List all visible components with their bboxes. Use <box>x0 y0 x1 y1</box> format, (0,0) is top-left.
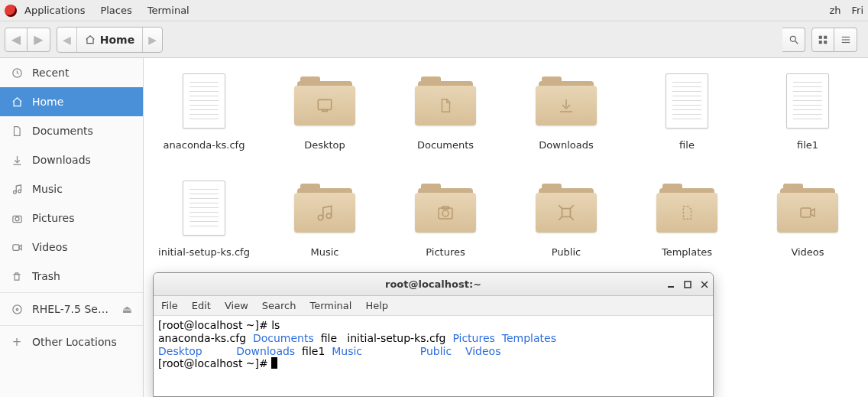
file-item[interactable]: Documents <box>385 66 506 173</box>
sidebar-separator <box>0 325 143 326</box>
top-menubar: Applications Places Terminal zh Fri <box>0 0 868 21</box>
text-file-icon <box>172 66 236 136</box>
terminal-output[interactable]: [root@localhost ~]# ls anaconda-ks.cfg D… <box>154 316 713 396</box>
terminal-menubar: File Edit View Search Terminal Help <box>154 296 713 316</box>
file-item[interactable]: file <box>627 66 747 173</box>
hamburger-icon <box>840 34 851 45</box>
term-menu-file[interactable]: File <box>161 300 178 311</box>
file-label: anaconda-ks.cfg <box>164 139 245 151</box>
term-menu-search[interactable]: Search <box>262 300 296 311</box>
term-menu-help[interactable]: Help <box>365 300 388 311</box>
camera-icon <box>11 212 23 224</box>
document-icon <box>11 125 23 137</box>
term-menu-edit[interactable]: Edit <box>192 300 211 311</box>
search-button[interactable] <box>782 28 805 52</box>
folder-icon <box>413 173 478 243</box>
file-label: initial-setup-ks.cfg <box>158 246 250 258</box>
svg-rect-14 <box>12 244 18 250</box>
sidebar-item-pictures[interactable]: Pictures <box>0 203 143 233</box>
path-segment-label: Home <box>100 34 134 46</box>
eject-icon[interactable]: ⏏ <box>122 303 132 315</box>
file-label: Public <box>552 246 581 258</box>
svg-rect-4 <box>819 41 822 44</box>
terminal-cursor <box>271 357 277 369</box>
file-item[interactable]: Music <box>264 173 385 280</box>
sidebar-item-music[interactable]: Music <box>0 174 143 203</box>
folder-icon <box>776 173 840 243</box>
nav-forward-button[interactable]: ▶ <box>28 28 50 52</box>
input-method-indicator[interactable]: zh <box>829 5 840 16</box>
sidebar-item-trash[interactable]: Trash <box>0 262 143 291</box>
svg-rect-2 <box>819 35 822 38</box>
folder-icon <box>413 66 478 136</box>
file-item[interactable]: Downloads <box>506 66 627 173</box>
menu-places[interactable]: Places <box>100 5 131 16</box>
clock-icon <box>11 67 23 79</box>
svg-point-15 <box>12 304 21 313</box>
path-next-button[interactable]: ▶ <box>143 28 162 52</box>
redhat-logo-icon <box>5 5 17 17</box>
term-menu-terminal[interactable]: Terminal <box>309 300 351 311</box>
file-item[interactable]: Pictures <box>385 173 506 280</box>
file-item[interactable]: Videos <box>747 173 868 280</box>
file-item[interactable]: Desktop <box>264 66 385 173</box>
sidebar-item-label: Trash <box>32 270 60 282</box>
music-icon <box>11 183 23 195</box>
svg-rect-18 <box>322 109 328 111</box>
svg-point-16 <box>16 308 18 311</box>
download-icon <box>11 154 23 166</box>
folder-icon <box>534 66 598 136</box>
svg-rect-26 <box>801 208 811 217</box>
menu-terminal[interactable]: Terminal <box>147 5 189 16</box>
text-file-icon <box>655 66 719 136</box>
sidebar-item-downloads[interactable]: Downloads <box>0 145 143 174</box>
file-item[interactable]: initial-setup-ks.cfg <box>144 173 264 280</box>
window-maximize-button[interactable] <box>684 281 691 288</box>
file-label: Templates <box>662 246 712 258</box>
nav-back-button[interactable]: ◀ <box>5 28 28 52</box>
folder-icon <box>293 173 357 243</box>
hamburger-menu-button[interactable] <box>834 28 857 52</box>
sidebar-item-label: Downloads <box>32 154 91 166</box>
path-segment-home[interactable]: Home <box>77 28 143 52</box>
places-sidebar: Recent Home Documents Downloads Music Pi… <box>0 58 144 397</box>
text-file-icon <box>776 66 840 136</box>
video-icon <box>11 241 23 253</box>
sidebar-item-recent[interactable]: Recent <box>0 58 143 87</box>
file-item[interactable]: anaconda-ks.cfg <box>144 66 264 173</box>
disc-icon <box>11 303 23 315</box>
svg-point-13 <box>15 216 19 220</box>
window-minimize-button[interactable] <box>667 281 675 288</box>
triangle-left-icon: ◀ <box>63 34 71 46</box>
window-titlebar[interactable]: root@localhost:~ <box>154 273 713 296</box>
path-bar: ◀ Home ▶ <box>57 27 163 53</box>
file-item[interactable]: Templates <box>627 173 747 280</box>
path-prev-button[interactable]: ◀ <box>57 28 77 52</box>
sidebar-item-videos[interactable]: Videos <box>0 233 143 262</box>
file-item[interactable]: Public <box>506 173 627 280</box>
trash-icon <box>11 270 23 282</box>
sidebar-separator <box>0 292 143 293</box>
home-icon <box>11 96 23 108</box>
term-menu-view[interactable]: View <box>225 300 248 311</box>
sidebar-item-label: Documents <box>32 125 93 137</box>
sidebar-item-label: RHEL-7.5 Se… <box>32 303 108 315</box>
window-close-button[interactable] <box>701 281 708 288</box>
svg-point-23 <box>442 210 449 216</box>
file-label: Videos <box>791 246 824 258</box>
sidebar-item-documents[interactable]: Documents <box>0 116 143 145</box>
file-label: file <box>679 139 695 151</box>
clock-day[interactable]: Fri <box>852 5 864 16</box>
sidebar-item-home[interactable]: Home <box>0 87 143 116</box>
sidebar-item-disc[interactable]: RHEL-7.5 Se… ⏏ <box>0 294 143 324</box>
sidebar-item-other-locations[interactable]: + Other Locations <box>0 327 143 356</box>
svg-rect-22 <box>439 208 452 219</box>
menu-applications[interactable]: Applications <box>24 5 85 16</box>
folder-icon <box>655 173 719 243</box>
view-mode-button[interactable] <box>811 28 834 52</box>
folder-icon <box>534 173 598 243</box>
files-toolbar: ◀ ▶ ◀ Home ▶ <box>0 21 868 58</box>
svg-rect-3 <box>824 35 827 38</box>
search-icon <box>789 34 799 45</box>
file-item[interactable]: file1 <box>747 66 868 173</box>
